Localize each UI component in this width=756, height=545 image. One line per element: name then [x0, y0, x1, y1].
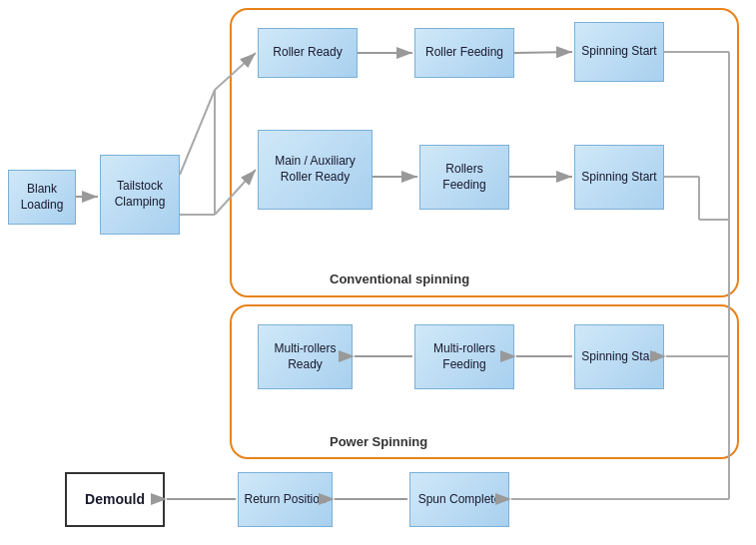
rollers-feeding-box: Rollers Feeding — [419, 145, 509, 210]
svg-line-3 — [180, 90, 215, 175]
demould-box: Demould — [65, 472, 165, 527]
conventional-label: Conventional spinning — [330, 272, 469, 286]
multi-rollers-feeding-box: Multi-rollers Feeding — [414, 324, 514, 389]
spinning-start-2-box: Spinning Start — [574, 145, 664, 210]
spinning-start-3-box: Spinning Start — [574, 324, 664, 389]
blank-loading-box: Blank Loading — [8, 170, 76, 225]
spinning-start-1-box: Spinning Start — [574, 22, 664, 82]
tailstock-box: Tailstock Clamping — [100, 155, 180, 235]
multi-rollers-ready-box: Multi-rollers Ready — [258, 324, 353, 389]
roller-feeding-box: Roller Feeding — [414, 28, 514, 78]
power-label: Power Spinning — [330, 434, 427, 449]
roller-ready-box: Roller Ready — [258, 28, 358, 78]
main-aux-roller-box: Main / Auxiliary Roller Ready — [258, 130, 373, 210]
spun-complete-box: Spun Complete — [409, 472, 509, 527]
return-position-box: Return Position — [238, 472, 333, 527]
